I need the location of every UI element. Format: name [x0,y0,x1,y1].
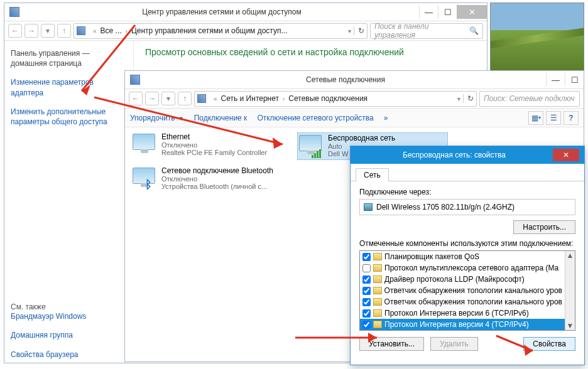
sidebar-advanced-sharing[interactable]: Изменить дополнительныепараметры общего … [11,107,127,127]
nav-bar: ← → ▾ ↑ « Сеть и Интернет › Сетевые подк… [125,88,584,109]
tb-more[interactable]: » [384,114,388,122]
protocol-icon [373,264,382,272]
remove-button[interactable]: Удалить [430,337,478,351]
crumb2[interactable]: Сетевые подключения [287,94,369,103]
component-checkbox[interactable] [362,275,371,284]
page-heading: Просмотр основных сведений о сети и наст… [145,47,476,57]
properties-button[interactable]: Свойства [523,337,575,351]
adapter-icon [364,203,373,211]
app-icon [130,75,140,85]
close-button[interactable]: ✕ [457,5,487,19]
install-button[interactable]: Установить... [359,337,424,351]
sidebar-change-adapter[interactable]: Изменение параметровадаптера [11,77,127,97]
dialog-title: Беспроводная сеть: свойства [356,151,553,159]
list-item[interactable]: Протокол Интернета версии 4 (TCP/IPv4) [360,319,565,330]
component-checkbox[interactable] [362,321,371,329]
search-placeholder: Поиск в панели управления [374,22,469,40]
breadcrumb[interactable]: « Все ... › Центр управления сетями и об… [74,23,368,39]
components-list[interactable]: Планировщик пакетов QoSПротокол мультипл… [359,250,575,331]
location-icon [77,26,85,35]
connection-ethernet[interactable]: Ethernet Отключено Realtek PCIe FE Famil… [131,132,282,160]
maximize-button[interactable]: ☐ [438,5,457,19]
refresh-icon[interactable]: ↻ [354,26,364,35]
scrollbar[interactable]: ▲▼ [565,251,575,330]
component-label: Ответчик обнаружения топологии канальног… [384,286,562,295]
desktop-wallpaper-fragment [490,3,584,72]
dropdown-icon[interactable]: ▾ [457,95,460,102]
search-icon: 🔍 [469,26,479,35]
list-item[interactable]: Ответчик обнаружения топологии канальног… [360,296,565,308]
see-homegroup[interactable]: Домашняя группа [11,330,127,340]
component-checkbox[interactable] [362,309,371,318]
titlebar[interactable]: Центр управления сетями и общим доступом… [4,3,487,21]
protocol-icon [373,253,382,260]
titlebar[interactable]: Беспроводная сеть: свойства ✕ [351,146,584,164]
breadcrumb[interactable]: « Сеть и Интернет › Сетевые подключения … [194,91,477,107]
recent-dd[interactable]: ▾ [161,92,175,105]
back-button[interactable]: ← [8,24,22,38]
app-icon [9,7,19,17]
wireless-icon [298,134,323,159]
conn-name: Беспроводная сеть [328,134,395,142]
refresh-icon[interactable]: ↻ [463,94,474,103]
forward-button[interactable]: → [24,24,38,38]
dropdown-icon[interactable]: ▾ [348,28,351,35]
configure-button[interactable]: Настроить... [513,220,575,234]
list-item[interactable]: Планировщик пакетов QoS [360,251,565,262]
conn-name: Сетевое подключение Bluetooth [161,166,273,175]
conn-status: Отключено [161,175,273,183]
see-firewall[interactable]: Брандмауэр Windows [11,311,127,321]
up-button[interactable]: ↑ [57,24,71,38]
connection-bluetooth[interactable]: ᛒ Сетевое подключение Bluetooth Отключен… [131,166,282,191]
crumb-path[interactable]: Центр управления сетями и общим доступ..… [130,26,289,35]
titlebar[interactable]: Сетевые подключения — ☐ [125,71,584,88]
minimize-button[interactable]: — [546,73,565,87]
view-icons-button[interactable]: ▦▾ [528,111,543,125]
toolbar: Упорядочить ▼ Подключение к Отключение с… [125,109,584,127]
see-also-label: См. также [11,302,127,311]
crumb-all[interactable]: Все ... [99,26,123,35]
components-label: Отмеченные компоненты используются этим … [359,239,575,248]
component-label: Драйвер протокола LLDP (Майкрософт) [384,275,525,284]
adapter-field: Dell Wireless 1705 802.11b/g/n (2.4GHZ) [359,199,575,215]
component-checkbox[interactable] [362,253,371,261]
maximize-button[interactable]: ☐ [565,73,584,87]
search-input[interactable]: Поиск в панели управления 🔍 [370,23,483,39]
list-item[interactable]: Протокол Интернета версии 6 (TCP/IPv6) [360,308,565,319]
recent-dd[interactable]: ▾ [41,24,55,38]
tb-connect[interactable]: Подключение к [194,114,248,122]
help-button[interactable]: ? [564,111,579,125]
crumb1[interactable]: Сеть и Интернет [220,94,280,103]
list-item[interactable]: Драйвер протокола LLDP (Майкрософт) [360,274,565,285]
back-button[interactable]: ← [129,92,143,105]
component-checkbox[interactable] [362,264,371,272]
tab-network[interactable]: Сеть [356,168,389,181]
protocol-icon [373,287,382,294]
list-item[interactable]: Протокол мультиплексора сетевого адаптер… [360,262,565,274]
chevron-icon: › [126,28,128,35]
sidebar-home[interactable]: Панель управления —домашняя страница [11,48,127,68]
location-icon [197,94,206,103]
tb-organize[interactable]: Упорядочить ▼ [130,114,184,122]
protocol-icon [373,309,382,317]
minimize-button[interactable]: — [419,5,438,19]
close-button[interactable]: ✕ [553,149,579,161]
search-input[interactable]: Поиск: Сетевые подключ [479,91,580,107]
up-button[interactable]: ↑ [178,92,192,105]
nav-bar: ← → ▾ ↑ « Все ... › Центр управления сет… [4,21,487,41]
tb-disable[interactable]: Отключение сетевого устройства [257,114,373,122]
component-checkbox[interactable] [362,298,371,306]
see-browser-props[interactable]: Свойства браузера [11,350,127,360]
forward-button[interactable]: → [145,92,159,105]
connect-via-label: Подключение через: [359,188,575,196]
protocol-icon [373,275,382,283]
chevron-icon: « [214,95,217,102]
bluetooth-icon: ᛒ [131,166,156,191]
list-item[interactable]: Ответчик обнаружения топологии канальног… [360,285,565,296]
component-checkbox[interactable] [362,287,371,295]
conn-device: Realtek PCIe FE Family Controller [161,149,267,156]
ethernet-icon [131,132,156,158]
protocol-icon [373,321,382,328]
conn-device: Устройства Bluetooth (личной с... [161,183,273,190]
view-details-button[interactable]: ☰ [546,111,561,125]
